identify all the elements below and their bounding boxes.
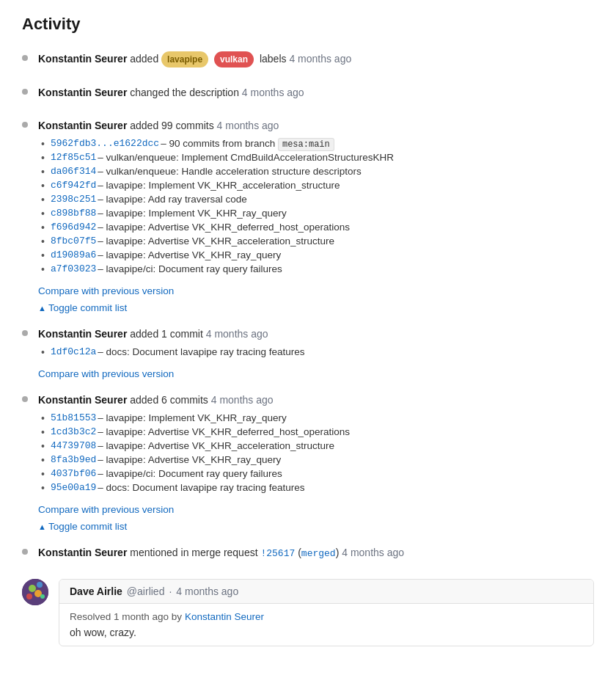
compare-section: Compare with previous version: [38, 500, 594, 515]
toggle-section: ▲ Toggle commit list: [38, 299, 594, 313]
page-container: Activity Konstantin Seurer added lavapip…: [0, 0, 616, 661]
label-lavapipe: lavapipe: [161, 51, 208, 67]
commit-desc: – lavapipe: Advertise VK_KHR_ray_query: [98, 249, 281, 260]
commit-desc: – lavapipe: Advertise VK_KHR_acceleratio…: [98, 236, 334, 247]
commit-desc: – 90 commits from branch mesa:main: [161, 138, 334, 150]
activity-content: Konstantin Seurer changed the descriptio…: [38, 85, 594, 105]
commit-desc: – lavapipe: Add ray traversal code: [98, 194, 246, 205]
commit-item: d19089a6 – lavapipe: Advertise VK_KHR_ra…: [38, 249, 594, 261]
commit-desc: – lavapipe/ci: Document ray query failur…: [98, 263, 282, 274]
actor-name: Konstantin Seurer: [38, 547, 127, 558]
activity-time: 4 months ago: [206, 328, 268, 340]
compare-section: Compare with previous version: [38, 281, 594, 296]
commit-hash-link[interactable]: c6f942fd: [51, 180, 96, 191]
activity-content: Konstantin Seurer mentioned in merge req…: [38, 545, 594, 566]
commit-desc: – vulkan/enqueue: Handle acceleration st…: [98, 166, 361, 177]
actor-name: Konstantin Seurer: [38, 120, 127, 131]
actor-name: Konstantin Seurer: [38, 53, 127, 65]
compare-with-previous-link[interactable]: Compare with previous version: [38, 285, 174, 296]
commit-item: da06f314 – vulkan/enqueue: Handle accele…: [38, 166, 594, 178]
commit-item: f696d942 – lavapipe: Advertise VK_KHR_de…: [38, 222, 594, 233]
commit-item: 5962fdb3...e1622dcc – 90 commits from br…: [38, 138, 594, 150]
commit-hash-link[interactable]: 2398c251: [51, 194, 96, 205]
merge-status-close-paren: ): [336, 547, 340, 558]
commit-hash-link[interactable]: da06f314: [51, 166, 96, 177]
label-vulkan: vulkan: [214, 51, 254, 67]
activity-time: 4 months ago: [289, 53, 351, 65]
resolved-line: Resolved 1 month ago by Konstantin Seure…: [70, 611, 583, 622]
commit-hash-link[interactable]: 12f85c51: [51, 152, 96, 163]
action-text: added 6 commits: [130, 394, 211, 406]
activity-item-commits-1: Konstantin Seurer added 1 commit 4 month…: [22, 326, 594, 379]
activity-text: Konstantin Seurer added 6 commits 4 mont…: [38, 393, 594, 408]
activity-time: 4 months ago: [342, 547, 404, 558]
bullet-icon: [22, 122, 28, 128]
comment-body: Dave Airlie @airlied · 4 months ago Reso…: [59, 579, 594, 646]
activity-time: 4 months ago: [211, 394, 274, 406]
commit-item: 12f85c51 – vulkan/enqueue: Implement Cmd…: [38, 152, 594, 164]
activity-item-commits-99: Konstantin Seurer added 99 commits 4 mon…: [22, 118, 594, 313]
commit-hash-link[interactable]: 1cd3b3c2: [51, 426, 96, 437]
svg-point-5: [40, 594, 45, 599]
commit-hash-link[interactable]: d19089a6: [51, 249, 96, 260]
toggle-label: Toggle commit list: [48, 521, 127, 532]
commit-hash-link[interactable]: 8fa3b9ed: [51, 454, 96, 465]
toggle-commit-list-link[interactable]: ▲ Toggle commit list: [38, 302, 127, 313]
commit-hash-link[interactable]: 4037bf06: [51, 468, 96, 479]
commit-hash-link[interactable]: 1df0c12a: [51, 346, 96, 357]
branch-code: mesa:main: [278, 138, 334, 151]
activity-item-description: Konstantin Seurer changed the descriptio…: [22, 85, 594, 105]
actor-name: Konstantin Seurer: [38, 87, 127, 98]
comment-dot: ·: [169, 585, 172, 597]
svg-point-2: [37, 582, 43, 588]
commit-hash-link[interactable]: a7f03023: [51, 263, 96, 274]
commit-desc: – lavapipe: Advertise VK_KHR_acceleratio…: [98, 440, 334, 451]
commit-item: 95e00a19 – docs: Document lavapipe ray t…: [38, 482, 594, 494]
bullet-icon: [22, 549, 28, 555]
comment-username: @airlied: [127, 585, 165, 597]
activity-text: Konstantin Seurer mentioned in merge req…: [38, 545, 594, 561]
activity-time: 4 months ago: [242, 87, 304, 98]
commit-hash-link[interactable]: f696d942: [51, 222, 96, 233]
merge-status-link[interactable]: merged: [301, 548, 336, 559]
actor-name: Konstantin Seurer: [38, 394, 127, 406]
commit-desc: – lavapipe: Advertise VK_KHR_deferred_ho…: [98, 222, 350, 233]
activity-item-merge: Konstantin Seurer mentioned in merge req…: [22, 545, 594, 566]
toggle-commit-list-link[interactable]: ▲ Toggle commit list: [38, 521, 127, 532]
bullet-icon: [22, 89, 28, 95]
commit-hash-link[interactable]: c898bf88: [51, 208, 96, 219]
commit-desc: – lavapipe: Advertise VK_KHR_deferred_ho…: [98, 426, 350, 437]
svg-point-4: [26, 594, 32, 599]
toggle-label: Toggle commit list: [48, 302, 127, 313]
commit-hash-link[interactable]: 8fbc07f5: [51, 236, 96, 247]
compare-with-previous-link[interactable]: Compare with previous version: [38, 368, 174, 379]
comment-author: Dave Airlie: [70, 585, 122, 597]
commit-hash-link[interactable]: 51b81553: [51, 412, 96, 423]
activity-content: Konstantin Seurer added 6 commits 4 mont…: [38, 393, 594, 532]
commit-desc: – vulkan/enqueue: Implement CmdBuildAcce…: [98, 152, 394, 163]
labels-suffix: labels: [260, 53, 289, 65]
commit-hash-link[interactable]: 5962fdb3...e1622dcc: [51, 138, 159, 149]
action-text: changed the description: [130, 87, 242, 98]
chevron-up-icon: ▲: [38, 304, 46, 313]
compare-with-previous-link[interactable]: Compare with previous version: [38, 504, 174, 515]
merge-request-link[interactable]: !25617: [260, 548, 295, 559]
commit-desc: – lavapipe: Implement VK_KHR_acceleratio…: [98, 180, 340, 191]
commit-item: 2398c251 – lavapipe: Add ray traversal c…: [38, 194, 594, 205]
resolved-by-link[interactable]: Konstantin Seurer: [185, 611, 264, 622]
activity-content: Konstantin Seurer added 99 commits 4 mon…: [38, 118, 594, 313]
commit-list: 5962fdb3...e1622dcc – 90 commits from br…: [38, 138, 594, 275]
avatar: [22, 579, 48, 605]
actor-name: Konstantin Seurer: [38, 328, 127, 340]
activity-item-labels: Konstantin Seurer added lavapipe vulkan …: [22, 51, 594, 72]
commit-hash-link[interactable]: 44739708: [51, 440, 96, 451]
activity-content: Konstantin Seurer added lavapipe vulkan …: [38, 51, 594, 72]
comment-text: oh wow, crazy.: [70, 627, 583, 638]
action-text: added: [130, 53, 161, 65]
chevron-up-icon: ▲: [38, 522, 46, 531]
commit-item: 1cd3b3c2 – lavapipe: Advertise VK_KHR_de…: [38, 426, 594, 438]
commit-hash-link[interactable]: 95e00a19: [51, 482, 96, 493]
comment-block: Dave Airlie @airlied · 4 months ago Reso…: [22, 579, 594, 646]
action-text: added 1 commit: [130, 328, 206, 340]
commit-item: c898bf88 – lavapipe: Implement VK_KHR_ra…: [38, 208, 594, 219]
